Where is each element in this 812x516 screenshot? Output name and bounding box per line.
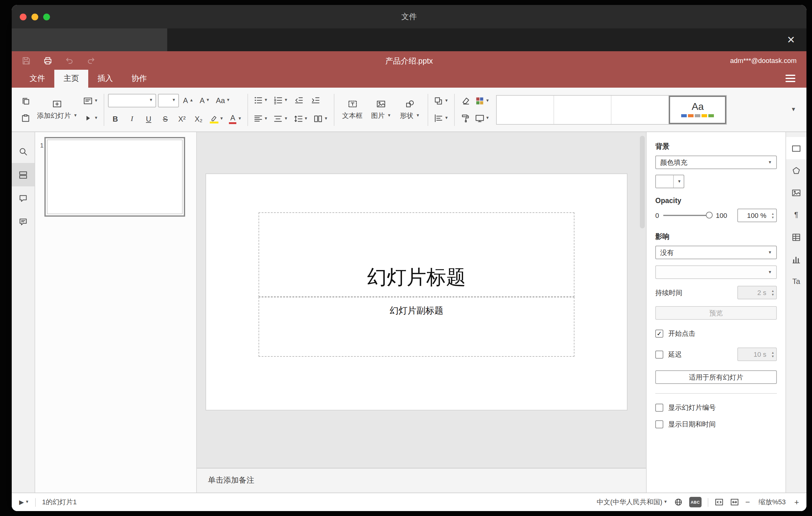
show-date-time-row: 显示日期和时间	[655, 420, 777, 429]
clear-style-button[interactable]	[459, 93, 473, 108]
insert-image-button[interactable]: 图片▼	[367, 92, 396, 127]
underline-button[interactable]: U	[141, 111, 156, 126]
search-button[interactable]	[12, 140, 34, 163]
vertical-scrollbar[interactable]	[640, 136, 645, 228]
fill-type-select[interactable]: 颜色填充▼	[655, 155, 777, 169]
theme-gallery-expand-button[interactable]: ▼	[785, 95, 800, 124]
start-slideshow-button[interactable]: ▼	[82, 111, 100, 125]
copy-style-button[interactable]	[459, 111, 473, 125]
color-scheme-button[interactable]: ▼	[473, 93, 491, 108]
notes-area[interactable]: 单击添加备注	[197, 468, 646, 492]
preview-button[interactable]: 预览	[655, 306, 777, 320]
textart-settings-tab[interactable]: Ta	[786, 270, 807, 292]
show-slide-number-checkbox[interactable]	[655, 404, 663, 412]
delay-spinner[interactable]: 10 s ▲▼	[737, 347, 777, 361]
italic-button[interactable]: I	[125, 111, 140, 126]
chart-settings-tab[interactable]	[786, 248, 807, 270]
opacity-slider[interactable]	[663, 215, 712, 216]
add-slide-button[interactable]: 添加幻灯片▼	[33, 92, 82, 127]
effect-select[interactable]: 没有▼	[655, 246, 777, 259]
comments-button[interactable]	[12, 187, 34, 210]
theme-option[interactable]	[554, 95, 612, 124]
print-icon[interactable]	[43, 56, 53, 65]
chevron-down-icon: ▼	[284, 117, 288, 121]
tab-insert[interactable]: 插入	[88, 70, 122, 88]
columns-button[interactable]: ▼	[312, 111, 330, 126]
spellcheck-toggle[interactable]: ABC	[689, 497, 701, 507]
table-settings-tab[interactable]	[786, 226, 807, 248]
title-placeholder[interactable]: 幻灯片标题	[259, 212, 575, 297]
horizontal-align-button[interactable]: ▼	[252, 111, 270, 126]
fit-width-button[interactable]	[730, 497, 739, 507]
decrease-indent-button[interactable]	[292, 93, 306, 108]
subtitle-placeholder[interactable]: 幻灯片副标题	[259, 297, 575, 357]
bold-button[interactable]: B	[108, 111, 123, 126]
tab-home[interactable]: 主页	[54, 70, 88, 88]
font-color-button[interactable]: A ▼	[227, 111, 244, 126]
spinner-arrows[interactable]: ▲▼	[771, 209, 774, 222]
opacity-spinner[interactable]: 100 % ▲▼	[737, 209, 777, 222]
decrease-font-button[interactable]: A▼	[198, 93, 212, 108]
home-toolbar: 添加幻灯片▼ ▼ ▼ ▼ ▼ A▼ A▼ Aa▼	[12, 88, 807, 132]
numbering-button[interactable]: ▼	[271, 93, 290, 108]
subscript-button[interactable]: X₂	[191, 111, 206, 126]
arrange-shapes-button[interactable]: ▼	[432, 93, 451, 108]
start-on-click-checkbox[interactable]: ✓	[655, 329, 663, 338]
maximize-traffic-light[interactable]	[43, 13, 50, 20]
delay-checkbox[interactable]	[655, 350, 663, 358]
apply-to-all-button[interactable]: 适用于所有幻灯片	[655, 370, 777, 384]
show-date-time-checkbox[interactable]	[655, 420, 663, 428]
fit-slide-button[interactable]	[715, 497, 724, 507]
opacity-slider-handle[interactable]	[706, 212, 713, 219]
theme-option[interactable]	[497, 95, 554, 124]
spinner-arrows[interactable]: ▲▼	[771, 348, 774, 361]
shape-settings-tab[interactable]	[786, 159, 807, 181]
chevron-down-icon: ▼	[264, 98, 268, 103]
document-language-button[interactable]	[674, 497, 683, 507]
copy-icon[interactable]	[18, 93, 33, 108]
zoom-out-button[interactable]: −	[745, 497, 750, 507]
redo-icon[interactable]	[86, 56, 96, 65]
font-size-combo[interactable]: ▼	[158, 93, 179, 107]
slide-settings-tab[interactable]	[786, 137, 807, 159]
align-shapes-button[interactable]: ▼	[432, 111, 451, 125]
insert-textbox-button[interactable]: 文本框	[338, 92, 367, 127]
theme-option-selected[interactable]: Aa	[669, 95, 727, 124]
increase-indent-button[interactable]	[308, 93, 323, 108]
spinner-arrows[interactable]: ▲▼	[771, 286, 774, 299]
highlight-color-button[interactable]: ▼	[208, 111, 226, 126]
line-spacing-button[interactable]: ▼	[292, 111, 310, 126]
hamburger-menu-icon[interactable]	[785, 75, 795, 82]
slide-size-button[interactable]: ▼	[473, 111, 491, 125]
zoom-in-button[interactable]: +	[794, 497, 799, 507]
fill-color-picker[interactable]: ▼	[655, 175, 684, 188]
superscript-button[interactable]: X²	[175, 111, 190, 126]
insert-shape-button[interactable]: 形状▼	[396, 92, 424, 127]
close-traffic-light[interactable]	[20, 13, 27, 20]
effect-type-select[interactable]: ▼	[655, 265, 777, 279]
close-icon[interactable]: ✕	[784, 33, 798, 46]
paste-icon[interactable]	[18, 111, 33, 125]
slide-canvas[interactable]: 幻灯片标题 幻灯片副标题	[205, 173, 628, 410]
change-case-button[interactable]: Aa▼	[214, 93, 232, 108]
increase-font-button[interactable]: A▼	[181, 93, 196, 108]
theme-option[interactable]	[612, 95, 669, 124]
minimize-traffic-light[interactable]	[31, 13, 38, 20]
vertical-align-button[interactable]: ▼	[271, 111, 290, 126]
undo-icon[interactable]	[65, 56, 74, 65]
strikethrough-button[interactable]: S	[158, 111, 173, 126]
start-slideshow-status-button[interactable]: ▶ ▼	[19, 499, 29, 505]
slides-panel-button[interactable]	[12, 163, 34, 187]
change-layout-button[interactable]: ▼	[82, 93, 100, 108]
bullets-button[interactable]: ▼	[252, 93, 270, 108]
duration-spinner[interactable]: 2 s ▲▼	[737, 286, 777, 299]
language-selector[interactable]: 中文(中华人民共和国) ▼	[597, 497, 668, 507]
tab-file[interactable]: 文件	[20, 70, 54, 88]
slide-thumbnail-selected[interactable]	[45, 137, 185, 217]
save-icon[interactable]	[22, 56, 31, 65]
paragraph-settings-tab[interactable]: ¶	[786, 204, 807, 226]
feedback-button[interactable]	[12, 210, 34, 233]
font-name-combo[interactable]: ▼	[108, 93, 156, 107]
tab-collaboration[interactable]: 协作	[122, 70, 156, 88]
image-settings-tab[interactable]	[786, 181, 807, 204]
